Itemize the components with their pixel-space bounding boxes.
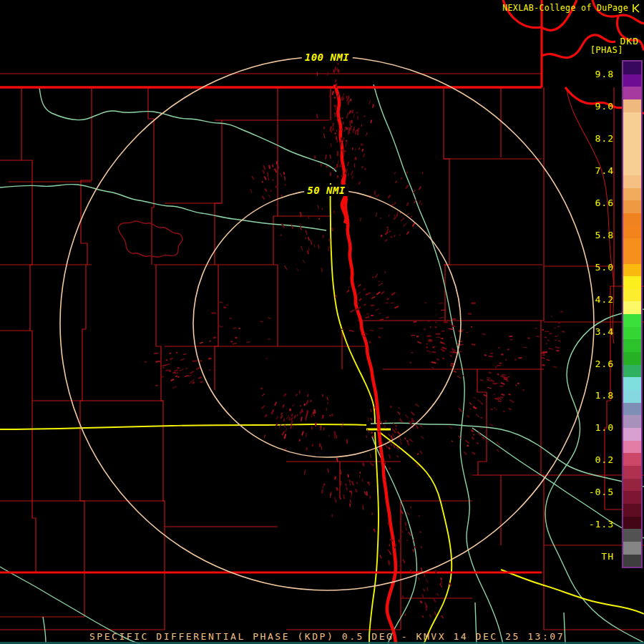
radar-echo [332,91,334,95]
radar-echo [426,350,431,352]
radar-echo [388,434,391,436]
colorbar-tick: 4.2 [595,294,614,306]
radar-echo [542,329,544,331]
radar-echo [384,425,386,429]
radar-echo [395,180,398,183]
radar-echo [462,344,464,346]
radar-echo [426,587,428,591]
radar-echo [436,333,441,335]
radar-echo [303,404,305,406]
radar-echo [370,462,373,466]
colorbar-block [623,529,641,542]
radar-echo [394,202,396,205]
radar-echo [542,364,545,366]
radar-echo [378,336,381,338]
radar-echo [472,434,474,436]
radar-echo [316,114,318,118]
radar-echo [459,410,464,412]
radar-echo [260,387,263,389]
radar-echo [280,173,283,177]
radar-echo [509,399,514,403]
radar-echo [170,379,174,381]
radar-echo [498,400,502,401]
radar-echo [408,532,411,536]
radar-echo [262,394,265,396]
radar-echo [518,357,522,358]
radar-echo [353,127,354,131]
radar-echo [289,409,291,411]
radar-echo [371,512,373,514]
radar-echo [375,273,379,278]
radar-echo [190,371,194,374]
radar-echo [268,317,270,318]
radar-echo [250,189,252,194]
radar-echo [155,385,158,387]
radar-echo [192,360,197,361]
radar-echo [459,329,464,331]
radar-echo [356,482,357,484]
radar-echo [386,228,389,232]
radar-echo [368,482,370,485]
radar-echo [385,239,388,242]
county-line [21,87,36,572]
radar-echo [330,172,331,177]
radar-echo [545,331,549,332]
radar-echo [274,401,277,406]
radar-echo [297,414,298,416]
radar-echo [480,402,483,405]
radar-echo [386,298,389,300]
radar-echo [262,170,265,174]
radar-echo [268,178,269,181]
radar-echo [336,130,338,131]
radar-echo [162,367,165,369]
radar-echo [507,348,509,351]
radar-echo [268,338,270,340]
radar-echo [280,195,283,197]
radar-echo [268,165,270,169]
radar-echo [386,226,389,228]
radar-echo [477,399,481,402]
radar-echo [555,336,557,337]
radar-echo [487,387,492,389]
radar-echo [370,418,372,421]
radar-echo [338,160,339,164]
radar-echo [394,235,396,237]
radar-echo [434,611,436,615]
radar-echo [166,364,170,366]
radar-echo [435,321,437,323]
radar-echo [372,104,374,108]
colorbar-tick: 1.8 [595,390,614,401]
radar-echo [553,366,557,368]
radar-echo [332,122,334,127]
radar-echo [211,313,216,314]
radar-echo [379,313,381,313]
radar-echo [196,367,200,371]
banner: NEXLAB-College of DuPage [502,3,640,13]
radar-echo [233,327,236,328]
radar-echo [335,295,337,298]
radar-echo [170,358,173,361]
county-line [0,545,644,630]
radar-echo [235,337,237,338]
radar-echo [371,304,374,306]
colorbar-tick: 9.0 [595,101,614,112]
radar-echo [354,163,355,167]
radar-echo [303,260,306,263]
range-ring [193,190,461,457]
radar-echo [176,352,177,353]
radar-echo [323,127,326,130]
radar-echo [341,150,342,151]
colorbar-tick: 7.4 [595,165,614,177]
county-lines [0,74,644,630]
radar-echo [444,321,448,323]
colorbar-block [623,112,641,125]
radar-echo [379,280,381,282]
county-line [148,87,165,630]
radar-echo [415,404,419,407]
radar-echo [343,93,344,95]
radar-echo [371,276,374,278]
radar-echo [283,419,285,422]
radar-echo [306,433,307,437]
radar-echo [270,409,274,414]
colorbar-block [623,466,641,479]
